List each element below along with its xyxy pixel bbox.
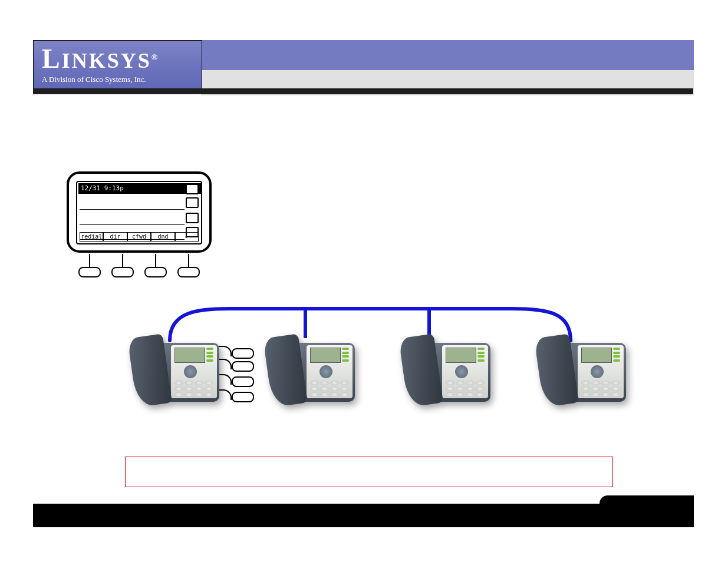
footer-notch	[599, 495, 694, 504]
registered-mark: ®	[151, 53, 159, 62]
lcd-separator	[80, 209, 185, 210]
softkey-button	[111, 254, 134, 277]
softkey-button	[78, 254, 101, 277]
phones-row	[130, 336, 637, 418]
logo-letter-l: L	[42, 44, 62, 74]
softkey-button	[177, 254, 200, 277]
ip-phone-icon	[265, 336, 365, 412]
logo-subtitle: A Division of Cisco Systems, Inc.	[34, 72, 202, 87]
softkey-label: cfwd	[127, 232, 151, 242]
lcd-softkey-row: redial dir cfwd dnd ▸	[80, 232, 199, 242]
softkey-label: redial	[80, 232, 103, 242]
phone-lcd-illustration: 12/31 9:13p redial dir cfwd dnd ▸	[67, 171, 255, 289]
ip-phone-icon	[536, 336, 637, 412]
ip-phone-icon	[401, 336, 501, 412]
footer-bar	[33, 504, 694, 527]
logo-rest: INKSYS	[62, 49, 151, 72]
lcd-inner: 12/31 9:13p redial dir cfwd dnd ▸	[76, 181, 202, 244]
header-underline	[33, 88, 693, 94]
ip-phone-icon	[130, 336, 230, 412]
header-banner-purple	[201, 40, 694, 70]
softkey-label: ▸	[175, 232, 199, 242]
softkey-button	[144, 254, 167, 277]
line-key-icon	[186, 184, 199, 194]
softkey-label: dir	[103, 232, 127, 242]
lcd-separator	[80, 224, 185, 225]
line-key-icon	[186, 213, 199, 223]
callout-box	[125, 457, 613, 487]
softkey-buttons-row	[78, 254, 200, 277]
lcd-frame: 12/31 9:13p redial dir cfwd dnd ▸	[67, 171, 212, 253]
line-key-icon	[186, 197, 199, 208]
linksys-logo: LINKSYS® A Division of Cisco Systems, In…	[33, 40, 202, 91]
lcd-datetime: 12/31 9:13p	[78, 183, 201, 194]
softkey-label: dnd	[151, 232, 174, 242]
